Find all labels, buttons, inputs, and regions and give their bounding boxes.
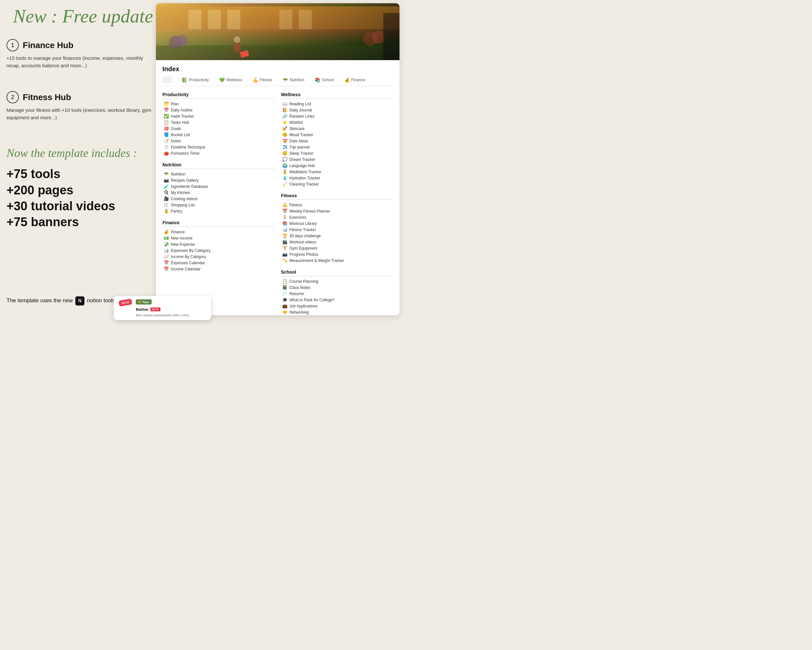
item-label: Date Ideas	[289, 139, 308, 143]
notion-preview: Index 📗 Productivity 💚 Wellness 💪 Fitnes…	[156, 3, 400, 315]
list-item[interactable]: 📄Resume	[281, 291, 393, 297]
item-label: Expenses Calendar	[171, 261, 205, 265]
svg-point-7	[233, 41, 241, 53]
list-item[interactable]: 🍅Pomodoro Timer	[162, 150, 275, 156]
list-item[interactable]: 📅Expenses Calendar	[162, 260, 275, 266]
item-label: Job Applications	[289, 304, 317, 309]
new-badge: NEW	[119, 299, 133, 307]
tab-wellness-label: Wellness	[226, 78, 242, 82]
list-item[interactable]: 🎓What to Pack for College?	[281, 297, 393, 303]
list-item[interactable]: 🏃Exercices	[281, 214, 393, 220]
list-item[interactable]: 📊Fitness Tracker	[281, 226, 393, 233]
list-item[interactable]: 🤝Networking	[281, 309, 393, 315]
list-item[interactable]: ✅Habit Tracker	[162, 113, 275, 119]
svg-point-12	[372, 31, 385, 44]
item-label: Trip planner	[289, 145, 310, 150]
item-emoji: 💧	[282, 176, 287, 180]
list-item[interactable]: 😴Sleep Tracker	[281, 150, 393, 156]
list-item[interactable]: 🔗Random Links	[281, 113, 393, 119]
list-item[interactable]: 💸New Expense	[162, 241, 275, 247]
item-label: My Kitchen	[171, 190, 190, 195]
list-item[interactable]: 📋Course Planning	[281, 278, 393, 284]
stat-videos: +30 tutorial videos	[6, 198, 137, 214]
item-label: Notes	[171, 139, 181, 143]
list-item[interactable]: 🪣Bucket List	[162, 132, 275, 138]
section-number-1: 1	[6, 39, 19, 51]
item-emoji: 📔	[282, 107, 287, 112]
list-item[interactable]: 📔Daily Journal	[281, 107, 393, 113]
tab-nutrition[interactable]: 🥗 Nutrition	[281, 77, 306, 83]
item-label: Progress Photos	[289, 252, 318, 257]
list-item[interactable]: 📷Recipes Gallery	[162, 177, 275, 183]
list-item[interactable]: 🧹Cleaning Tracker	[281, 181, 393, 187]
list-item[interactable]: 💼Job Applications	[281, 303, 393, 309]
list-item[interactable]: 🎯Goals	[162, 125, 275, 132]
list-item[interactable]: 🏋️Gym Equipment	[281, 245, 393, 251]
notion-tab-bar[interactable]: 📗 Productivity 💚 Wellness 💪 Fitness 🥗 Nu…	[162, 77, 393, 86]
tab-school[interactable]: 📚 School	[313, 77, 336, 83]
item-label: Flowtime Technique	[171, 145, 205, 150]
list-item[interactable]: 💪Fitness	[281, 202, 393, 208]
tab-icon-grid[interactable]	[162, 77, 171, 83]
list-item[interactable]: ✈️Trip planner	[281, 144, 393, 150]
list-item[interactable]: 💝Date Ideas	[281, 138, 393, 144]
item-label: Wishlist	[289, 120, 303, 125]
tab-productivity[interactable]: 📗 Productivity	[180, 77, 211, 83]
list-item[interactable]: 🍳My Kitchen	[162, 190, 275, 196]
list-item[interactable]: 📋Tasks Hub	[162, 119, 275, 125]
list-item[interactable]: 😊Mood Tracker	[281, 132, 393, 138]
item-label: Cleaning Tracker	[289, 182, 319, 187]
list-item[interactable]: 📏Measurement & Weight Tracker	[281, 257, 393, 263]
tab-wellness[interactable]: 💚 Wellness	[217, 77, 244, 83]
list-item[interactable]: 📊Expenses By Category	[162, 247, 275, 254]
list-item[interactable]: 🎬Workout videos	[281, 239, 393, 245]
finance-hub-desc: +15 tools to manage your finances (incom…	[6, 55, 153, 69]
list-item[interactable]: 📈Income By Category	[162, 254, 275, 260]
list-item[interactable]: ⭐Wishlist	[281, 119, 393, 125]
item-emoji: 📅	[164, 260, 169, 265]
item-emoji: 📏	[282, 258, 287, 263]
item-emoji: 🥫	[164, 209, 169, 214]
list-item[interactable]: 📓Class Notes	[281, 284, 393, 291]
list-item[interactable]: 📝Notes	[162, 138, 275, 144]
tab-finance[interactable]: 💰 Finance	[342, 77, 367, 83]
list-item[interactable]: 💵New Income	[162, 235, 275, 241]
item-emoji: 📄	[282, 291, 287, 296]
item-emoji: 🧘	[282, 169, 287, 174]
notion-logo-icon: N	[75, 297, 84, 306]
item-emoji: 🎓	[282, 297, 287, 302]
right-column: Wellness 📖Reading List 📔Daily Journal 🔗R…	[281, 91, 393, 315]
item-emoji: 🎯	[164, 126, 169, 131]
item-label: Reading List	[289, 102, 311, 106]
item-emoji: 💭	[282, 157, 287, 162]
list-item[interactable]: 🎥Cooking videos	[162, 196, 275, 202]
list-item[interactable]: 📖Reading List	[281, 101, 393, 107]
list-item[interactable]: 📷Progress Photos	[281, 251, 393, 257]
list-item[interactable]: 📅Income Calendar	[162, 266, 275, 272]
list-item[interactable]: 💭Dream Tracker	[281, 156, 393, 162]
list-item[interactable]: 💧Hydration Tracker	[281, 175, 393, 181]
item-label: Gym Equipment	[289, 246, 317, 251]
list-item[interactable]: 🏆30 days challenge	[281, 233, 393, 239]
list-item[interactable]: 🌍Language Hub	[281, 162, 393, 169]
list-item[interactable]: 📅Daily routine	[162, 107, 275, 113]
item-emoji: 📋	[282, 279, 287, 284]
list-item[interactable]: 🥗Nutrition	[162, 171, 275, 177]
list-item[interactable]: 💰Finance	[162, 229, 275, 235]
list-item[interactable]: 🗂️Plan	[162, 101, 275, 107]
list-item[interactable]: 📅Weekly Fitness Planner	[281, 208, 393, 214]
button-callout: NEW New Button NEW Run custom automation…	[114, 296, 211, 320]
new-label-green-button[interactable]: New	[136, 299, 152, 304]
list-item[interactable]: 📚Workout Library	[281, 220, 393, 226]
list-item[interactable]: 🛒Shopping List	[162, 202, 275, 208]
list-item[interactable]: 💅Skincare	[281, 125, 393, 132]
list-item[interactable]: 🧘Meditation Tracker	[281, 169, 393, 175]
tab-fitness[interactable]: 💪 Fitness	[251, 77, 275, 83]
list-item[interactable]: 🧪Ingredients Database	[162, 183, 275, 190]
school-section-title: School	[281, 268, 393, 276]
list-item[interactable]: ⏱️Flowtime Technique	[162, 144, 275, 150]
item-emoji: 🔗	[282, 114, 287, 119]
notion-content-area: Index 📗 Productivity 💚 Wellness 💪 Fitnes…	[156, 60, 400, 315]
button-description: Run custom automations with a click.	[136, 313, 190, 317]
list-item[interactable]: 🥫Pantry	[162, 208, 275, 214]
